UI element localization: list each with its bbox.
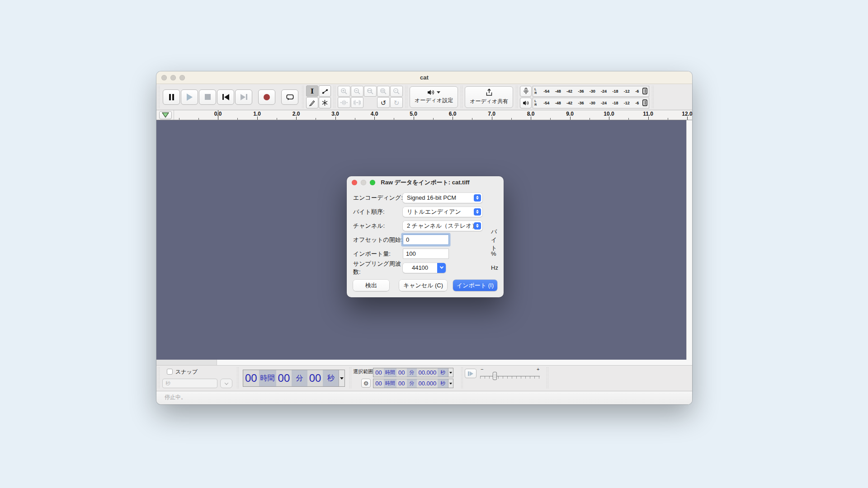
toolbar-grip[interactable]: [545, 367, 549, 389]
selection-format-dropdown[interactable]: [448, 379, 453, 388]
silence-audio-button[interactable]: [351, 97, 363, 108]
selection-start-digits[interactable]: 00時間00分00.000秒: [373, 368, 448, 377]
selection-format-dropdown[interactable]: [448, 368, 453, 377]
speed-slider-thumb[interactable]: [493, 372, 497, 380]
selection-start-field[interactable]: 00時間00分00.000秒: [373, 368, 453, 377]
audio-share-button[interactable]: オーディオ共有: [465, 86, 513, 108]
dialog-close-button[interactable]: [352, 180, 357, 185]
zoom-in-button[interactable]: [338, 86, 350, 97]
snapping-toolbar: スナップ 秒: [160, 366, 236, 391]
offset-row: オフセットの開始: バイト: [347, 233, 504, 247]
toolbar-grip[interactable]: [301, 86, 305, 108]
dialog-titlebar[interactable]: Raw データをインポート: cat.tiff: [347, 176, 504, 188]
redo-button[interactable]: ↻: [390, 97, 403, 108]
speed-plus-label: +: [537, 366, 539, 372]
zoom-out-icon: [354, 88, 361, 95]
zoom-fit-button[interactable]: [377, 86, 390, 97]
toolbar-grip[interactable]: [514, 86, 519, 108]
play-at-speed-toolbar: − +: [464, 366, 545, 391]
selection-tool-button[interactable]: I: [306, 85, 318, 97]
amount-input[interactable]: [403, 249, 449, 259]
loop-region-button[interactable]: [159, 111, 172, 119]
selection-end-digits[interactable]: 00時間00分00.000秒: [373, 379, 448, 388]
import-raw-dialog: Raw データをインポート: cat.tiff エンコーディング: Signed…: [347, 176, 504, 297]
zoom-in-icon: [340, 88, 348, 95]
pause-button[interactable]: [163, 89, 180, 105]
channels-select[interactable]: 2 チャンネル（ステレオ）: [403, 221, 482, 231]
import-button[interactable]: インポート (I): [453, 280, 497, 291]
encoding-select[interactable]: Signed 16-bit PCM: [403, 193, 482, 203]
timeline-ruler[interactable]: 0.01.02.03.04.05.06.07.08.09.010.011.012…: [174, 110, 692, 120]
toolbar-grip[interactable]: [404, 86, 408, 108]
ruler-label: 12.0: [682, 111, 692, 117]
play-icon: [187, 94, 193, 101]
selection-end-field[interactable]: 00時間00分00.000秒: [373, 379, 453, 388]
snap-unit-select[interactable]: 秒: [162, 379, 217, 388]
snap-unit-dropdown-button[interactable]: [220, 379, 232, 388]
popup-stepper-icon: [474, 222, 481, 230]
dialog-zoom-button[interactable]: [370, 180, 375, 185]
dialog-traffic-lights: [347, 180, 375, 185]
toolbar-grip[interactable]: [460, 367, 464, 389]
speed-minus-label: −: [481, 366, 483, 372]
chevron-down-icon: [449, 372, 452, 374]
toolbar-grip[interactable]: [651, 86, 655, 108]
horizontal-scrollbar[interactable]: [156, 360, 692, 366]
toolbar-grip[interactable]: [348, 367, 352, 389]
playback-meter-button[interactable]: [520, 98, 532, 108]
edit-toolbar: ↺ ↻: [338, 86, 403, 108]
selection-options-button[interactable]: ⚙: [361, 379, 371, 388]
snap-checkbox[interactable]: [167, 369, 173, 375]
detect-button[interactable]: 検出: [353, 280, 389, 291]
sample-rate-combo[interactable]: 44100: [403, 263, 446, 273]
draw-tool-button[interactable]: [306, 97, 318, 108]
loop-icon: [286, 94, 294, 100]
playback-meter-bar[interactable]: LR -54-48-42-36-30-24-18-12-6: [533, 98, 649, 108]
skip-to-start-button[interactable]: [217, 89, 234, 105]
recording-meter: LR -54-48-42-36-30-24-18-12-6: [520, 86, 649, 97]
zoom-out-button[interactable]: [351, 86, 363, 97]
time-format-dropdown[interactable]: [339, 370, 344, 386]
zoom-toggle-button[interactable]: [390, 86, 403, 97]
recording-meter-bar[interactable]: LR -54-48-42-36-30-24-18-12-6: [533, 86, 649, 97]
toolbar-grip[interactable]: [459, 86, 463, 108]
multi-tool-button[interactable]: [319, 97, 331, 108]
skip-to-end-button[interactable]: [235, 89, 252, 105]
skip-to-start-icon: [222, 94, 229, 100]
vertical-scrollbar[interactable]: [686, 120, 692, 360]
cancel-button[interactable]: キャンセル (C): [399, 280, 447, 291]
play-button[interactable]: [181, 89, 198, 105]
time-digits[interactable]: 00時間00分00秒: [243, 370, 339, 386]
loop-button[interactable]: [281, 89, 298, 105]
clip-indicator: [642, 88, 647, 94]
meter-channel-label: R: [534, 103, 537, 107]
zoom-selection-icon: [367, 88, 374, 95]
toolbar-grip[interactable]: [332, 86, 336, 108]
selection-range-label: 選択範囲: [353, 368, 373, 375]
ruler-label: 8.0: [527, 111, 535, 117]
trim-audio-button[interactable]: [338, 97, 350, 108]
sample-rate-row: サンプリング周波数: 44100 Hz: [347, 261, 504, 275]
offset-input[interactable]: [403, 235, 449, 245]
audio-setup-button[interactable]: オーディオ設定: [410, 86, 458, 108]
chevron-down-icon: [449, 383, 452, 385]
byte-order-select[interactable]: リトルエンディアン: [403, 207, 482, 217]
envelope-tool-button[interactable]: [319, 85, 331, 97]
audio-share-label: オーディオ共有: [470, 98, 508, 105]
toolbar-grip[interactable]: [156, 367, 160, 389]
toolbar-grip[interactable]: [236, 367, 240, 389]
status-bar: 停止中。: [156, 391, 692, 404]
combo-dropdown-button[interactable]: [437, 263, 446, 273]
recording-meter-button[interactable]: [520, 86, 532, 97]
play-at-speed-button[interactable]: [465, 369, 476, 378]
record-button[interactable]: [258, 89, 275, 105]
window-titlebar[interactable]: cat: [156, 71, 692, 84]
audio-position-display[interactable]: 00時間00分00秒: [243, 370, 345, 387]
toolbar-grip[interactable]: [156, 86, 160, 108]
undo-button[interactable]: ↺: [377, 97, 390, 108]
zoom-selection-button[interactable]: [364, 86, 377, 97]
encoding-value: Signed 16-bit PCM: [407, 194, 456, 201]
stop-button[interactable]: [199, 89, 216, 105]
channels-value: 2 チャンネル（ステレオ）: [407, 222, 478, 230]
transport-toolbar: [160, 84, 301, 110]
